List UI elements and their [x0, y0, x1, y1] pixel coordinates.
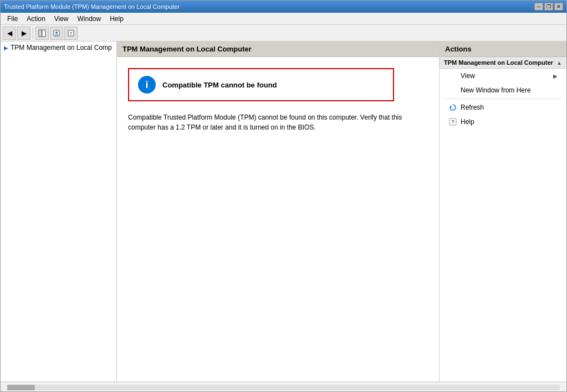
help-button[interactable]: ? — [64, 27, 78, 40]
error-title: Compatible TPM cannot be found — [162, 81, 277, 89]
nav-pane: ▶ TPM Management on Local Comp — [1, 42, 117, 381]
minimize-button[interactable]: ─ — [534, 3, 543, 11]
action-view-label: View — [461, 72, 475, 80]
new-window-action-icon — [448, 86, 457, 95]
svg-rect-1 — [42, 30, 45, 37]
action-help[interactable]: ? Help — [440, 115, 566, 129]
nav-item-label: TPM Management on Local Comp — [11, 44, 112, 51]
title-bar: Trusted Platform Module (TPM) Management… — [1, 1, 566, 13]
error-box: i Compatible TPM cannot be found — [128, 68, 394, 101]
menu-file[interactable]: File — [3, 14, 22, 24]
actions-section-title: TPM Management on Local Computer ▲ — [440, 57, 566, 69]
action-refresh[interactable]: Refresh — [440, 100, 566, 115]
nav-item-tpm[interactable]: ▶ TPM Management on Local Comp — [1, 42, 116, 54]
action-help-label: Help — [461, 118, 474, 126]
show-hide-button[interactable] — [35, 27, 49, 40]
nav-arrow-icon: ▶ — [4, 45, 8, 51]
view-action-icon — [448, 71, 457, 80]
toolbar: ◀ ▶ ? — [1, 25, 566, 42]
svg-point-3 — [55, 32, 58, 34]
action-new-window-label: New Window from Here — [461, 86, 531, 94]
back-button[interactable]: ◀ — [3, 27, 16, 40]
menu-bar: File Action View Window Help — [1, 13, 566, 25]
menu-view[interactable]: View — [50, 14, 73, 24]
scrollbar-thumb[interactable] — [7, 385, 35, 390]
menu-window[interactable]: Window — [73, 14, 106, 24]
svg-text:?: ? — [70, 31, 73, 36]
action-view[interactable]: View ▶ — [440, 69, 566, 83]
content-header: TPM Management on Local Computer — [117, 42, 439, 57]
description-text: Compatible Trusted Platform Module (TPM)… — [128, 112, 416, 132]
content-pane: TPM Management on Local Computer i Compa… — [117, 42, 439, 381]
horizontal-scrollbar[interactable] — [7, 385, 560, 390]
properties-button[interactable] — [50, 27, 63, 40]
main-container: ▶ TPM Management on Local Comp TPM Manag… — [1, 42, 566, 381]
window-title: Trusted Platform Module (TPM) Management… — [4, 3, 534, 10]
action-refresh-label: Refresh — [461, 104, 484, 111]
toolbar-separator-1 — [33, 28, 33, 39]
svg-text:?: ? — [451, 119, 454, 125]
svg-marker-7 — [450, 106, 452, 108]
help-action-icon: ? — [448, 117, 457, 126]
refresh-action-icon — [448, 103, 457, 112]
action-new-window[interactable]: New Window from Here — [440, 83, 566, 97]
menu-action[interactable]: Action — [22, 14, 49, 24]
action-separator-1 — [444, 99, 562, 99]
forward-button[interactable]: ▶ — [17, 27, 30, 40]
svg-rect-0 — [39, 30, 42, 37]
status-bar — [1, 381, 566, 392]
close-button[interactable]: ✕ — [554, 3, 563, 11]
menu-help[interactable]: Help — [105, 14, 128, 24]
actions-header: Actions — [440, 42, 566, 57]
info-icon: i — [138, 76, 156, 94]
restore-button[interactable]: ❐ — [544, 3, 553, 11]
window-controls: ─ ❐ ✕ — [534, 3, 563, 11]
view-submenu-arrow: ▶ — [553, 73, 558, 79]
actions-pane: Actions TPM Management on Local Computer… — [439, 42, 566, 381]
section-collapse-icon[interactable]: ▲ — [556, 60, 562, 66]
